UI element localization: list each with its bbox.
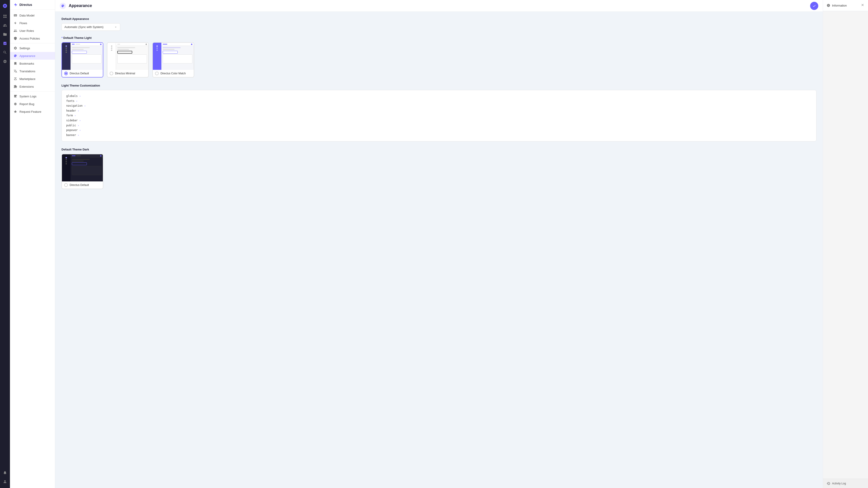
sidebar-item-request-feature[interactable]: Request Feature <box>10 108 55 116</box>
theme-card-directus-default[interactable]: Directus Default <box>61 42 103 77</box>
theme-card-color-match-label: Directus Color Match <box>153 70 194 77</box>
page-title: Appearance <box>69 3 92 8</box>
light-theme-cards: Directus Default <box>61 42 816 77</box>
right-panel-header: Information <box>823 0 868 11</box>
topbar-page-icon <box>60 3 66 9</box>
theme-radio-minimal[interactable] <box>110 72 113 75</box>
content-area: Default Appearance Automatic (Sync with … <box>55 12 823 488</box>
nav-files-icon[interactable] <box>1 30 9 38</box>
sidebar-item-marketplace[interactable]: Marketplace <box>10 75 55 83</box>
sidebar-item-report-bug-label: Report Bug <box>20 102 34 106</box>
sidebar: Directus Data Model Flows User Roles Acc… <box>10 0 55 488</box>
code-item-globals[interactable]: globals › <box>66 94 812 99</box>
svg-rect-3 <box>5 17 6 18</box>
sidebar-item-access-policies[interactable]: Access Policies <box>10 35 55 42</box>
sidebar-item-bookmarks[interactable]: Bookmarks <box>10 60 55 67</box>
app-logo[interactable] <box>1 2 8 9</box>
theme-card-dark-default[interactable]: Directus Default <box>61 154 103 189</box>
sidebar-item-user-roles[interactable]: User Roles <box>10 27 55 35</box>
default-appearance-value: Automatic (Sync with System) <box>64 25 103 29</box>
sidebar-item-appearance[interactable]: Appearance <box>10 52 55 60</box>
sidebar-item-translations-label: Translations <box>20 70 35 73</box>
main-content: Appearance Default Appearance Automatic … <box>55 0 823 488</box>
default-appearance-dropdown[interactable]: Automatic (Sync with System) <box>61 23 120 31</box>
sidebar-item-extensions-label: Extensions <box>20 85 34 88</box>
sidebar-item-flows[interactable]: Flows <box>10 19 55 27</box>
theme-card-directus-color-match[interactable]: Directus Color Match <box>152 42 194 77</box>
default-theme-light-label: *Default Theme Light <box>61 36 816 39</box>
theme-card-default-label: Directus Default <box>62 70 103 77</box>
nav-analytics-icon[interactable] <box>1 39 9 47</box>
light-theme-customization-box: globals › fonts › navigation › header › … <box>61 90 816 141</box>
save-button[interactable] <box>810 2 818 10</box>
sidebar-item-bookmarks-label: Bookmarks <box>20 62 34 65</box>
default-theme-dark-label: Default Theme Dark <box>61 148 816 151</box>
code-item-popover[interactable]: popover › <box>66 128 812 133</box>
dark-theme-cards: Directus Default <box>61 154 816 189</box>
topbar: Appearance <box>55 0 823 12</box>
right-panel: Information Activity Log <box>823 0 868 488</box>
sidebar-item-report-bug[interactable]: Report Bug <box>10 100 55 108</box>
svg-rect-1 <box>5 15 6 16</box>
nav-content-icon[interactable] <box>1 12 9 20</box>
theme-radio-default[interactable] <box>64 72 68 75</box>
nav-bell-icon[interactable] <box>1 468 9 477</box>
sidebar-item-system-logs-label: System Logs <box>20 95 36 98</box>
theme-preview-default <box>62 43 103 70</box>
code-item-sidebar[interactable]: sidebar › <box>66 118 812 123</box>
svg-rect-2 <box>3 17 4 18</box>
sidebar-nav: Data Model Flows User Roles Access Polic… <box>10 10 55 117</box>
sidebar-item-translations[interactable]: Translations <box>10 67 55 75</box>
theme-card-directus-minimal[interactable]: Directus Minimal <box>107 42 149 77</box>
activity-log-bar[interactable]: Activity Log <box>823 479 868 488</box>
theme-preview-minimal <box>107 43 148 70</box>
sidebar-brand-name: Directus <box>20 3 32 6</box>
right-panel-close-button[interactable] <box>861 3 864 8</box>
sidebar-item-data-model-label: Data Model <box>20 14 34 17</box>
theme-radio-color-match[interactable] <box>155 72 159 75</box>
sidebar-item-user-roles-label: User Roles <box>20 29 34 33</box>
theme-card-dark-default-label: Directus Default <box>62 182 103 189</box>
sidebar-brand[interactable]: Directus <box>10 0 55 10</box>
sidebar-item-extensions[interactable]: Extensions <box>10 83 55 90</box>
topbar-left: Appearance <box>60 3 92 9</box>
code-item-fonts[interactable]: fonts › <box>66 99 812 104</box>
activity-log-label: Activity Log <box>832 482 846 485</box>
nav-users-icon[interactable] <box>1 21 9 29</box>
nav-profile-icon[interactable] <box>1 478 9 486</box>
right-panel-body <box>823 11 868 488</box>
sidebar-item-access-policies-label: Access Policies <box>20 37 40 40</box>
topbar-actions <box>810 2 818 10</box>
theme-card-minimal-label: Directus Minimal <box>107 70 148 77</box>
code-item-navigation[interactable]: navigation › <box>66 103 812 108</box>
sidebar-item-system-logs[interactable]: System Logs <box>10 92 55 100</box>
sidebar-item-flows-label: Flows <box>20 22 27 25</box>
light-theme-customization-label: Light Theme Customization <box>61 84 816 87</box>
svg-marker-4 <box>14 3 17 6</box>
default-appearance-label: Default Appearance <box>61 17 816 21</box>
sidebar-item-settings[interactable]: Settings <box>10 44 55 52</box>
icon-bar <box>0 0 10 488</box>
right-panel-title-container: Information <box>827 4 847 7</box>
sidebar-item-marketplace-label: Marketplace <box>20 77 35 80</box>
code-item-banner[interactable]: banner › <box>66 133 812 138</box>
theme-preview-dark-default <box>62 154 103 182</box>
svg-rect-0 <box>3 15 4 16</box>
nav-search-icon[interactable] <box>1 48 9 57</box>
theme-preview-color-match <box>153 43 194 70</box>
code-item-public[interactable]: public › <box>66 123 812 128</box>
required-mark: * <box>61 36 63 39</box>
code-item-form[interactable]: form › <box>66 113 812 118</box>
sidebar-item-appearance-label: Appearance <box>20 54 35 58</box>
theme-radio-dark-default[interactable] <box>64 183 68 187</box>
code-item-header[interactable]: header › <box>66 108 812 113</box>
sidebar-item-settings-label: Settings <box>20 46 30 50</box>
sidebar-item-request-feature-label: Request Feature <box>20 110 41 113</box>
nav-settings-icon[interactable] <box>1 57 9 66</box>
right-panel-title: Information <box>832 4 847 7</box>
sidebar-item-data-model[interactable]: Data Model <box>10 11 55 19</box>
